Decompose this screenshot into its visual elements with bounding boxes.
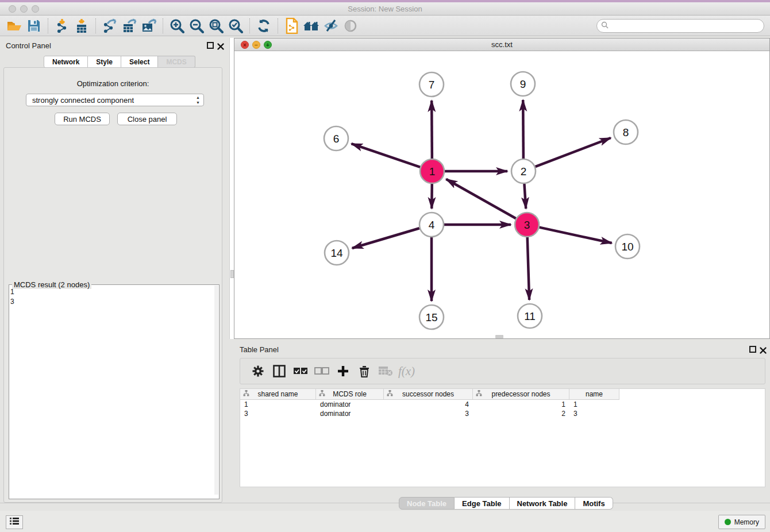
graph-node-9[interactable]: 9: [511, 72, 535, 96]
export-image-icon[interactable]: [139, 17, 159, 34]
control-panel-float-button[interactable]: [207, 42, 214, 49]
graph-node-2[interactable]: 2: [511, 159, 536, 183]
refresh-layout-icon[interactable]: [254, 17, 274, 34]
column-header-successor-nodes[interactable]: successor nodes: [384, 389, 473, 399]
tab-edge-table[interactable]: Edge Table: [455, 497, 509, 510]
graph-node-15[interactable]: 15: [419, 305, 444, 329]
network-graph[interactable]: 1234678910111415: [234, 51, 769, 338]
mcds-panel: Optimization criterion: strongly connect…: [3, 67, 222, 503]
graph-node-8[interactable]: 8: [614, 120, 638, 144]
close-panel-button[interactable]: Close panel: [117, 113, 177, 125]
search-box[interactable]: [596, 19, 764, 33]
column-header-predecessor-nodes[interactable]: predecessor nodes: [473, 389, 569, 399]
table-panel-title: Table Panel: [240, 345, 279, 354]
table-cell[interactable]: 1: [473, 400, 569, 409]
canvas-splitter-handle[interactable]: [495, 335, 503, 338]
tab-style[interactable]: Style: [88, 56, 121, 68]
column-sort-icon[interactable]: [243, 390, 249, 398]
graph-node-4[interactable]: 4: [419, 213, 444, 237]
mcds-result-box: MCDS result (2 nodes) 1 3: [9, 284, 220, 499]
export-table-icon[interactable]: [120, 17, 139, 34]
import-network-icon[interactable]: [52, 17, 72, 34]
table-panel-close-icon[interactable]: [760, 346, 767, 353]
graph-node-7[interactable]: 7: [419, 72, 444, 97]
column-sort-icon[interactable]: [476, 390, 482, 398]
column-sort-icon[interactable]: [387, 390, 393, 398]
columns-icon[interactable]: [268, 361, 290, 381]
delete-row-icon[interactable]: [353, 361, 375, 381]
table-cell[interactable]: 3: [569, 409, 619, 418]
network-vertical-scrollbar[interactable]: [229, 38, 234, 339]
home-icon[interactable]: [302, 17, 321, 34]
table-cell[interactable]: 3: [240, 409, 316, 418]
graph-node-6[interactable]: 6: [324, 126, 348, 151]
edge-3-10[interactable]: [539, 228, 611, 243]
edge-2-3[interactable]: [524, 184, 526, 209]
tab-mcds[interactable]: MCDS: [158, 56, 195, 68]
control-panel-close-icon[interactable]: [217, 42, 224, 49]
svg-text:1: 1: [429, 165, 436, 178]
run-mcds-button[interactable]: Run MCDS: [55, 113, 110, 125]
memory-button[interactable]: Memory: [718, 515, 765, 529]
tab-select[interactable]: Select: [121, 56, 158, 68]
table-panel-header: Table Panel: [234, 343, 770, 357]
edge-4-14[interactable]: [352, 228, 419, 248]
search-input[interactable]: [609, 22, 752, 30]
mcds-result-text[interactable]: 1 3: [10, 287, 14, 307]
network-canvas[interactable]: 1234678910111415: [234, 51, 769, 338]
edge-2-8[interactable]: [536, 138, 611, 167]
svg-text:6: 6: [333, 133, 340, 145]
edge-3-1[interactable]: [446, 179, 515, 218]
mcds-result-title: MCDS result (2 nodes): [12, 280, 91, 289]
zoom-fit-icon[interactable]: [206, 17, 226, 34]
zoom-in-icon[interactable]: [167, 17, 187, 34]
optimization-criterion-select[interactable]: strongly connected component ▲▼: [26, 94, 204, 106]
select-all-icon[interactable]: [290, 361, 311, 381]
zoom-out-icon[interactable]: [187, 17, 206, 34]
app-title: Session: New Session: [0, 5, 770, 13]
snapshot-disabled-icon: [341, 17, 360, 34]
result-scrollbar[interactable]: [214, 286, 218, 495]
import-table-icon[interactable]: [72, 17, 91, 34]
edge-3-11[interactable]: [528, 237, 529, 300]
zoom-selected-icon[interactable]: [226, 17, 245, 34]
hide-panel-icon[interactable]: [321, 17, 341, 34]
column-header-shared-name[interactable]: shared name: [240, 389, 316, 399]
tab-motifs[interactable]: Motifs: [575, 497, 613, 510]
graph-node-14[interactable]: 14: [325, 241, 349, 265]
column-header-MCDS-role[interactable]: MCDS role: [316, 389, 384, 399]
add-row-icon[interactable]: [332, 361, 353, 381]
table-cell[interactable]: 2: [473, 409, 569, 418]
open-session-icon[interactable]: [5, 17, 24, 34]
tab-network-table[interactable]: Network Table: [510, 497, 576, 510]
graph-node-11[interactable]: 11: [518, 304, 542, 328]
edge-1-7[interactable]: [432, 101, 432, 159]
tab-network[interactable]: Network: [44, 56, 88, 68]
table-cell[interactable]: dominator: [316, 400, 384, 409]
graph-node-1[interactable]: 1: [420, 159, 444, 183]
gear-icon[interactable]: [247, 361, 268, 381]
tab-node-table[interactable]: Node Table: [399, 497, 455, 510]
table-cell[interactable]: 3: [384, 409, 473, 418]
column-sort-icon[interactable]: [319, 390, 325, 398]
edge-1-6[interactable]: [351, 144, 420, 167]
export-network-icon[interactable]: [100, 17, 120, 34]
save-session-icon[interactable]: [24, 17, 44, 34]
table-cell[interactable]: 4: [384, 400, 473, 409]
deselect-icon[interactable]: [311, 361, 332, 381]
table-row[interactable]: 1dominator411: [240, 400, 765, 409]
column-header-name[interactable]: name: [569, 389, 619, 399]
graph-node-10[interactable]: 10: [615, 234, 640, 259]
table-cell[interactable]: 1: [569, 400, 619, 409]
table-tabs: Node TableEdge TableNetwork TableMotifs: [399, 497, 613, 510]
table-row[interactable]: 3dominator323: [240, 409, 765, 418]
table-panel-float-button[interactable]: [749, 346, 756, 353]
node-table[interactable]: shared nameMCDS rolesuccessor nodesprede…: [240, 388, 765, 487]
statusbar-divider: [0, 503, 770, 503]
task-history-button[interactable]: [6, 515, 23, 529]
edge-2-9[interactable]: [523, 100, 523, 159]
table-cell[interactable]: 1: [240, 400, 316, 409]
table-cell[interactable]: dominator: [316, 409, 384, 418]
graph-node-3[interactable]: 3: [515, 213, 539, 237]
network-from-file-icon[interactable]: [282, 17, 302, 34]
